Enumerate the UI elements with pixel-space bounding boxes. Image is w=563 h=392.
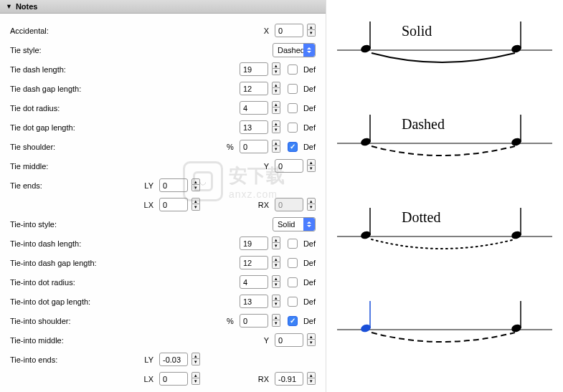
tie-into-dash-gap-length-label: Tie-into dash gap length:: [10, 259, 136, 267]
solid-label: Solid: [402, 23, 432, 39]
disclosure-triangle-icon[interactable]: ▼: [6, 3, 12, 10]
tie-dot-gap-length-label: Tie dot gap length:: [10, 123, 136, 132]
preview-current: [337, 294, 552, 387]
y-prefix: Y: [251, 336, 269, 345]
tie-into-style-select[interactable]: Solid: [273, 217, 316, 231]
tie-into-dash-gap-length-spinner[interactable]: ▴▾: [272, 256, 280, 269]
tie-ends-rx-input: 0: [275, 198, 303, 211]
tie-dash-length-input[interactable]: 19: [240, 62, 268, 76]
tie-middle-y-input[interactable]: 0: [275, 159, 303, 173]
tie-style-label: Tie style:: [10, 46, 136, 54]
tie-dash-length-spinner[interactable]: ▴▾: [272, 62, 280, 76]
accidental-x-input[interactable]: 0: [275, 24, 303, 37]
tie-ends-ly-input[interactable]: 0: [159, 178, 188, 192]
preview-solid: Solid: [337, 14, 552, 107]
tie-dot-gap-length-spinner[interactable]: ▴▾: [272, 120, 280, 134]
rx-prefix: RX: [251, 375, 269, 383]
tie-into-ends-rx-input[interactable]: -0.91: [275, 372, 303, 386]
tie-into-middle-y-input[interactable]: 0: [275, 333, 303, 347]
rx-prefix: RX: [251, 201, 269, 209]
panel-header[interactable]: ▼ Notes: [0, 0, 326, 14]
tie-into-dot-gap-length-label: Tie-into dot gap length:: [10, 297, 136, 306]
tie-into-shoulder-input[interactable]: 0: [240, 314, 268, 328]
tie-shoulder-spinner[interactable]: ▴▾: [272, 140, 280, 153]
tie-into-style-label: Tie-into style:: [10, 220, 136, 229]
preview-area: Solid Dashed: [326, 0, 563, 392]
tie-into-shoulder-spinner[interactable]: ▴▾: [272, 314, 280, 328]
percent-prefix: %: [216, 317, 234, 325]
tie-into-dot-radius-input[interactable]: 4: [240, 275, 268, 289]
tie-into-shoulder-def-checkbox[interactable]: [288, 316, 298, 326]
def-label: Def: [303, 278, 316, 287]
tie-dot-gap-length-def-checkbox[interactable]: [288, 123, 298, 133]
tie-into-dot-gap-length-input[interactable]: 13: [240, 295, 268, 308]
tie-dot-radius-input[interactable]: 4: [240, 101, 268, 115]
tie-middle-label: Tie middle:: [10, 162, 136, 171]
tie-into-dot-gap-length-def-checkbox[interactable]: [288, 297, 298, 307]
tie-shoulder-input[interactable]: 0: [240, 140, 268, 153]
tie-ends-label: Tie ends:: [10, 181, 136, 190]
def-label: Def: [303, 123, 316, 132]
dashed-label: Dashed: [402, 116, 445, 132]
def-label: Def: [303, 85, 316, 93]
dashed-tie-icon: Dashed: [337, 107, 552, 201]
tie-ends-ly-spinner[interactable]: ▴▾: [191, 178, 200, 192]
def-label: Def: [303, 239, 316, 248]
tie-into-dot-gap-length-spinner[interactable]: ▴▾: [272, 295, 280, 308]
tie-into-dash-gap-length-def-checkbox[interactable]: [288, 258, 298, 268]
tie-dash-gap-length-input[interactable]: 12: [240, 82, 268, 95]
tie-into-middle-y-spinner[interactable]: ▴▾: [307, 333, 316, 347]
tie-dash-gap-length-spinner[interactable]: ▴▾: [272, 82, 280, 95]
notes-panel: ▼ Notes Accidental: X 0 ▴▾ Tie style:: [0, 0, 326, 392]
tie-into-ends-label: Tie-into ends:: [10, 355, 136, 364]
ly-prefix: LY: [136, 181, 153, 190]
tie-ends-rx-spinner[interactable]: ▴▾: [307, 198, 316, 211]
tie-into-dot-radius-label: Tie-into dot radius:: [10, 278, 136, 287]
dropdown-arrows-icon: [303, 44, 315, 57]
tie-into-ends-rx-spinner[interactable]: ▴▾: [307, 372, 316, 386]
tie-dash-length-label: Tie dash length:: [10, 65, 136, 74]
panel-title: Notes: [16, 2, 38, 11]
tie-style-select[interactable]: Dashed: [273, 43, 316, 57]
tie-into-style-value: Solid: [278, 220, 295, 229]
tie-ends-lx-input[interactable]: 0: [159, 198, 188, 211]
tie-into-ends-ly-input[interactable]: -0.03: [159, 353, 188, 366]
tie-dash-length-def-checkbox[interactable]: [288, 64, 298, 75]
def-label: Def: [303, 317, 316, 325]
tie-dot-radius-spinner[interactable]: ▴▾: [272, 101, 280, 115]
dotted-label: Dotted: [402, 209, 440, 225]
tie-dot-radius-def-checkbox[interactable]: [288, 103, 298, 113]
tie-into-dash-length-def-checkbox[interactable]: [288, 239, 298, 249]
def-label: Def: [303, 259, 316, 267]
x-prefix: X: [251, 27, 269, 35]
tie-into-dash-length-label: Tie-into dash length:: [10, 239, 136, 248]
tie-into-shoulder-label: Tie-into shoulder:: [10, 317, 136, 325]
tie-dot-gap-length-input[interactable]: 13: [240, 120, 268, 134]
tie-into-dot-radius-spinner[interactable]: ▴▾: [272, 275, 280, 289]
preview-dotted: Dotted: [337, 201, 552, 294]
def-label: Def: [303, 297, 316, 306]
tie-shoulder-label: Tie shoulder:: [10, 143, 136, 151]
tie-middle-y-spinner[interactable]: ▴▾: [307, 159, 316, 173]
tie-into-ends-ly-spinner[interactable]: ▴▾: [191, 353, 200, 366]
tie-style-value: Dashed: [278, 46, 305, 54]
tie-dot-radius-label: Tie dot radius:: [10, 104, 136, 113]
tie-into-dash-gap-length-input[interactable]: 12: [240, 256, 268, 269]
tie-dash-gap-length-def-checkbox[interactable]: [288, 84, 298, 94]
preview-dashed: Dashed: [337, 107, 552, 201]
tie-into-dash-length-input[interactable]: 19: [240, 236, 268, 250]
tie-into-ends-lx-spinner[interactable]: ▴▾: [191, 372, 200, 386]
tie-into-dot-radius-def-checkbox[interactable]: [288, 277, 298, 287]
def-label: Def: [303, 65, 316, 74]
current-tie-icon: [337, 294, 552, 387]
solid-tie-icon: Solid: [337, 14, 552, 107]
tie-shoulder-def-checkbox[interactable]: [288, 142, 298, 152]
tie-ends-lx-spinner[interactable]: ▴▾: [191, 198, 200, 211]
tie-into-ends-lx-input[interactable]: 0: [159, 372, 188, 386]
ly-prefix: LY: [136, 355, 153, 364]
accidental-x-spinner[interactable]: ▴▾: [307, 24, 316, 37]
def-label: Def: [303, 143, 316, 151]
tie-dash-gap-length-label: Tie dash gap length:: [10, 85, 136, 93]
tie-into-dash-length-spinner[interactable]: ▴▾: [272, 236, 280, 250]
lx-prefix: LX: [136, 201, 153, 209]
